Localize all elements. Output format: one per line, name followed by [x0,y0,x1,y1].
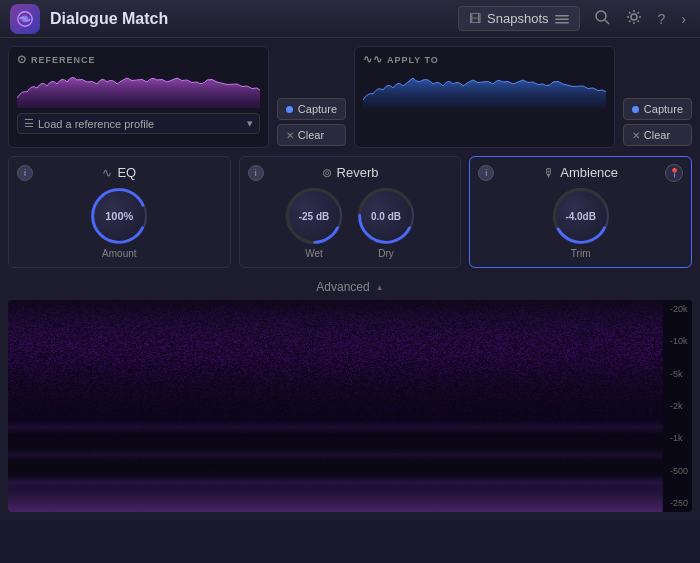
reverb-dry-label: Dry [378,248,394,259]
spectrogram-section: -20k -10k -5k -2k -1k -500 -250 [8,300,692,512]
ambience-info-icon: i [485,168,487,178]
apply-to-capture-label: Capture [644,103,683,115]
reverb-knobs: -25 dB Wet 0.0 dB Dry [286,188,414,259]
gear-icon [626,9,642,25]
eq-info-button[interactable]: i [17,165,33,181]
reference-panel: ⊙ REFERENCE ☰ [8,46,269,148]
apply-to-icon: ∿∿ [363,53,383,66]
reverb-wet-knob[interactable]: -25 dB [286,188,342,244]
ambience-knobs: -4.0dB Trim [553,188,609,259]
snapshots-button[interactable]: 🎞 Snapshots [458,6,579,31]
modules-section: i ∿ EQ 100% Amount [8,156,692,268]
help-button[interactable]: ? [654,9,670,29]
apply-capture-dot-icon [632,106,639,113]
svg-rect-4 [555,22,569,24]
frequency-labels: -20k -10k -5k -2k -1k -500 -250 [670,300,688,512]
eq-amount-wrap: 100% Amount [91,188,147,259]
profile-selector[interactable]: ☰ Load a reference profile ▾ [17,113,260,134]
ambience-icon: 🎙 [543,166,555,180]
waveform-section: ⊙ REFERENCE ☰ [8,46,692,148]
ambience-info-button[interactable]: i [478,165,494,181]
apply-to-buttons: Capture ✕ Clear [623,46,692,148]
eq-amount-knob[interactable]: 100% [91,188,147,244]
apply-to-panel: ∿∿ APPLY TO [354,46,615,148]
svg-point-9 [93,190,146,243]
eq-amount-label: Amount [102,248,136,259]
freq-250: -250 [670,498,688,508]
reverb-wet-ring-svg [283,185,345,247]
reverb-dry-wrap: 0.0 dB Dry [358,188,414,259]
ambience-trim-wrap: -4.0dB Trim [553,188,609,259]
more-button[interactable]: › [677,9,690,29]
eq-knob-ring-svg [88,185,150,247]
search-button[interactable] [590,7,614,31]
freq-5k: -5k [670,369,688,379]
ambience-title: 🎙 Ambience [543,165,618,180]
apply-to-label: ∿∿ APPLY TO [363,53,606,66]
apply-to-waveform [363,70,606,108]
reverb-module: i ⊚ Reverb -25 dB Wet [239,156,462,268]
reference-waveform [17,70,260,108]
svg-point-5 [596,11,606,21]
ambience-trim-label: Trim [571,248,591,259]
spectrogram-canvas [8,300,692,512]
reference-capture-label: Capture [298,103,337,115]
eq-knobs: 100% Amount [91,188,147,259]
app-title: Dialogue Match [50,10,168,28]
freq-10k: -10k [670,336,688,346]
reverb-wet-label: Wet [305,248,323,259]
apply-to-clear-label: Clear [644,129,670,141]
main-content: ⊙ REFERENCE ☰ [0,38,700,520]
ambience-pin-button[interactable]: 📍 [665,164,683,182]
freq-1k: -1k [670,433,688,443]
ambience-module: i 🎙 Ambience 📍 -4.0dB [469,156,692,268]
reverb-info-icon: i [255,168,257,178]
chevron-down-icon: ▾ [247,117,253,130]
freq-2k: -2k [670,401,688,411]
apply-to-clear-button[interactable]: ✕ Clear [623,124,692,146]
reverb-icon: ⊚ [322,166,332,180]
eq-info-icon: i [24,168,26,178]
svg-point-7 [631,14,637,20]
apply-to-capture-button[interactable]: Capture [623,98,692,120]
capture-dot-icon [286,106,293,113]
eq-wave-icon: ∿ [102,166,112,180]
apply-to-waveform-svg [363,70,606,108]
freq-500: -500 [670,466,688,476]
settings-button[interactable] [622,7,646,31]
ambience-header: i 🎙 Ambience 📍 [478,165,683,180]
reverb-title: ⊚ Reverb [322,165,379,180]
app-logo [10,4,40,34]
advanced-bar[interactable]: Advanced ▲ [8,276,692,300]
reverb-info-button[interactable]: i [248,165,264,181]
eq-module: i ∿ EQ 100% Amount [8,156,231,268]
svg-rect-3 [555,18,569,20]
reverb-dry-ring-svg [355,185,417,247]
clear-x-icon: ✕ [286,130,294,141]
svg-line-6 [605,20,609,24]
freq-20k: -20k [670,304,688,314]
profile-placeholder: Load a reference profile [38,118,154,130]
ambience-trim-ring-svg [550,185,612,247]
hamburger-icon [555,12,569,26]
search-icon [594,9,610,25]
reference-capture-button[interactable]: Capture [277,98,346,120]
menu-icon: ☰ [24,117,34,130]
reference-buttons: Capture ✕ Clear [277,46,346,148]
eq-title: ∿ EQ [102,165,136,180]
reference-controls: ☰ Load a reference profile ▾ [17,113,260,134]
reverb-dry-knob[interactable]: 0.0 dB [358,188,414,244]
ambience-trim-knob[interactable]: -4.0dB [553,188,609,244]
snapshots-icon: 🎞 [469,12,481,26]
reference-clear-label: Clear [298,129,324,141]
ambience-pin-icon: 📍 [669,168,680,178]
app-header: Dialogue Match 🎞 Snapshots ? › [0,0,700,38]
reference-waveform-svg [17,70,260,108]
header-controls: ? › [590,7,690,31]
advanced-label: Advanced [316,280,369,294]
snapshots-label: Snapshots [487,11,548,26]
reverb-header: i ⊚ Reverb [248,165,453,180]
reference-icon: ⊙ [17,53,27,66]
eq-header: i ∿ EQ [17,165,222,180]
reference-clear-button[interactable]: ✕ Clear [277,124,346,146]
